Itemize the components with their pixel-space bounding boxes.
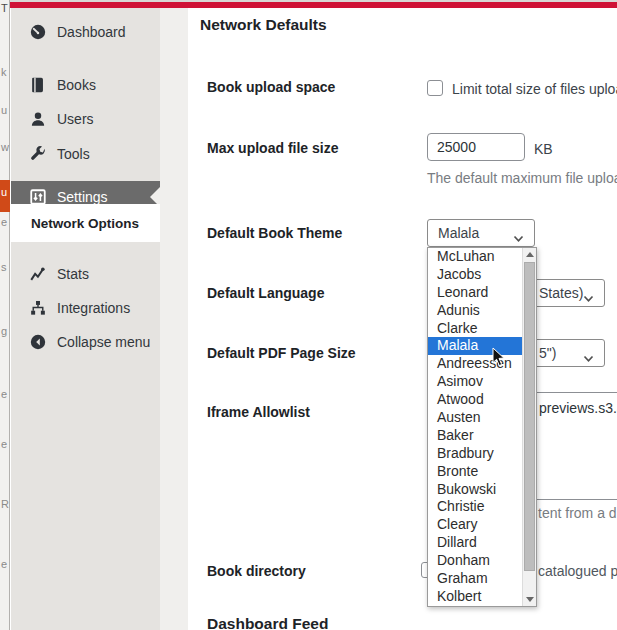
dropdown-option[interactable]: Bradbury [428, 445, 522, 463]
sidebar-item-label: Dashboard [57, 24, 126, 40]
triangle-down-icon [526, 597, 534, 602]
stats-icon [29, 265, 47, 283]
dropdown-option[interactable]: Atwood [428, 391, 522, 409]
max-upload-size-unit: KB [534, 141, 553, 157]
admin-screen: T k u w u e s g e e R e Dashboard Books [0, 0, 617, 630]
admin-sidebar: Dashboard Books Users Tools Settings [11, 8, 160, 630]
field-label-default-pdf-page-size: Default PDF Page Size [207, 345, 356, 361]
default-book-theme-dropdown-list: McLuhanJacobsLeonardAdunisClarkeMalalaAn… [427, 247, 537, 607]
book-icon [29, 76, 47, 94]
max-upload-size-input[interactable] [427, 133, 525, 161]
chevron-down-icon [583, 290, 594, 298]
sidebar-item-label: Stats [57, 266, 89, 282]
limit-upload-checkbox[interactable] [427, 80, 443, 96]
default-book-theme-select[interactable]: Malala [427, 219, 535, 247]
peek-text-fragment: k [1, 66, 7, 78]
section-title-dashboard-feed: Dashboard Feed [207, 615, 328, 630]
dropdown-option[interactable]: Cleary [428, 516, 522, 534]
peek-text-fragment: e [1, 558, 7, 570]
dropdown-option[interactable]: Graham [428, 570, 522, 588]
chevron-down-icon [513, 230, 524, 238]
peek-text-fragment: e [1, 438, 7, 450]
sidebar-submenu-label: Network Options [11, 216, 139, 231]
peek-text-fragment: T [1, 2, 8, 14]
tools-icon [29, 145, 47, 163]
peek-text-fragment: g [1, 325, 7, 337]
dropdown-option[interactable]: Malala [428, 337, 522, 355]
integrations-icon [29, 299, 47, 317]
field-label-max-upload-size: Max upload file size [207, 140, 338, 156]
dropdown-option[interactable]: McLuhan [428, 248, 522, 266]
peek-text-fragment: R [1, 498, 9, 510]
peek-text-fragment: w [1, 141, 9, 153]
sidebar-item-label: Users [57, 111, 94, 127]
sidebar-item-integrations[interactable]: Integrations [11, 291, 160, 325]
field-label-book-directory: Book directory [207, 563, 306, 579]
users-icon [29, 110, 47, 128]
dropdown-option[interactable]: Kolbert [428, 588, 522, 606]
sidebar-item-tools[interactable]: Tools [11, 137, 160, 171]
dropdown-option[interactable]: Leonard [428, 284, 522, 302]
dropdown-option[interactable]: Andreessen [428, 355, 522, 373]
dropdown-option[interactable]: Clarke [428, 320, 522, 338]
dropdown-option[interactable]: Adunis [428, 302, 522, 320]
default-pdf-page-size-value: 5") [539, 345, 556, 361]
scroll-down-button[interactable] [523, 593, 536, 606]
dropdown-option[interactable]: Austen [428, 409, 522, 427]
sidebar-item-label: Integrations [57, 300, 130, 316]
book-directory-checkbox-label: catalogued pu [538, 563, 617, 579]
chevron-down-icon [583, 350, 594, 358]
dropdown-options: McLuhanJacobsLeonardAdunisClarkeMalalaAn… [428, 248, 522, 606]
triangle-up-icon [526, 252, 534, 257]
collapse-menu-icon [29, 333, 47, 351]
dropdown-option[interactable]: Bronte [428, 463, 522, 481]
dashboard-icon [29, 23, 47, 41]
sidebar-item-users[interactable]: Users [11, 102, 160, 136]
scrollbar-thumb[interactable] [524, 262, 535, 571]
sidebar-item-label: Books [57, 77, 96, 93]
iframe-allowlist-value: previews.s3.a [539, 400, 617, 416]
limit-upload-checkbox-label: Limit total size of files uploa [452, 81, 617, 97]
default-language-value: States) [539, 285, 583, 301]
field-label-default-language: Default Language [207, 285, 324, 301]
dropdown-scrollbar[interactable] [522, 248, 536, 606]
max-upload-size-help: The default maximum file uploa [427, 170, 617, 186]
peek-highlight-block: u [0, 180, 10, 212]
sidebar-item-dashboard[interactable]: Dashboard [11, 15, 160, 49]
peek-text-fragment: e [1, 388, 7, 400]
sidebar-item-label: Tools [57, 146, 90, 162]
dropdown-option[interactable]: Baker [428, 427, 522, 445]
field-label-book-upload-space: Book upload space [207, 79, 335, 95]
settings-icon [29, 188, 47, 206]
default-book-theme-value: Malala [438, 225, 479, 241]
background-window-sliver: T k u w u e s g e e R e [0, 0, 10, 630]
sidebar-item-stats[interactable]: Stats [11, 257, 160, 291]
dropdown-option[interactable]: Dillard [428, 534, 522, 552]
dropdown-option[interactable]: Asimov [428, 373, 522, 391]
sidebar-item-books[interactable]: Books [11, 68, 160, 102]
peek-text-fragment: u [1, 186, 7, 198]
peek-text-fragment: u [1, 104, 7, 116]
content-gutter [160, 8, 188, 630]
sidebar-item-label: Settings [57, 189, 108, 205]
field-label-default-book-theme: Default Book Theme [207, 225, 342, 241]
peek-text-fragment: e [1, 216, 7, 228]
sidebar-item-label: Collapse menu [57, 334, 150, 350]
dropdown-option[interactable]: Donham [428, 552, 522, 570]
iframe-allowlist-help: tent from a d [538, 505, 617, 521]
scroll-up-button[interactable] [523, 248, 536, 261]
field-label-iframe-allowlist: Iframe Allowlist [207, 404, 310, 420]
sidebar-item-collapse-menu[interactable]: Collapse menu [11, 325, 160, 359]
dropdown-option[interactable]: Christie [428, 498, 522, 516]
dropdown-option[interactable]: Jacobs [428, 266, 522, 284]
peek-text-fragment: s [1, 261, 7, 273]
sidebar-item-network-options[interactable]: Network Options [11, 204, 160, 242]
page-title: Network Defaults [200, 16, 327, 34]
dropdown-option[interactable]: Bukowski [428, 481, 522, 499]
